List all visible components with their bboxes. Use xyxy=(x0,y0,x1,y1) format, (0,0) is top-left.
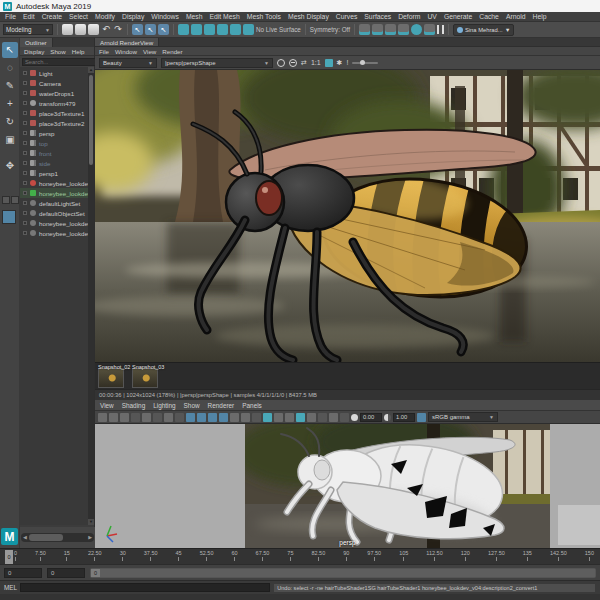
mel-command-input[interactable] xyxy=(20,583,270,592)
render-settings-icon[interactable] xyxy=(398,24,409,35)
safe-action-icon[interactable] xyxy=(230,413,239,422)
visibility-checkbox[interactable] xyxy=(23,121,27,125)
menu-item[interactable]: Generate xyxy=(444,13,472,20)
visibility-checkbox[interactable] xyxy=(23,91,27,95)
bookmark-icon[interactable] xyxy=(131,413,140,422)
select-camera-icon[interactable] xyxy=(98,413,107,422)
menu-item[interactable]: Edit xyxy=(23,13,35,20)
tab-arnold-renderview[interactable]: Arnold RenderView xyxy=(95,38,159,46)
menu-item[interactable]: Display xyxy=(122,13,144,20)
outliner-row[interactable]: waterDrops1 xyxy=(20,88,94,98)
menu-item[interactable]: Help xyxy=(533,13,547,20)
visibility-checkbox[interactable] xyxy=(23,231,27,235)
select-by-object-icon[interactable]: ↖ xyxy=(145,24,156,35)
select-tool[interactable]: ↖ xyxy=(2,42,18,58)
renderview-menu-item[interactable]: Render xyxy=(162,48,182,55)
exposure-field[interactable]: 0.00 xyxy=(360,413,382,422)
refresh-render-icon[interactable]: ⇄ xyxy=(301,59,307,67)
current-frame-indicator[interactable]: 0 xyxy=(5,550,13,564)
move-tool[interactable]: + xyxy=(2,96,18,112)
rotate-tool[interactable]: ↻ xyxy=(2,114,18,130)
shaded-icon[interactable] xyxy=(263,413,272,422)
lasso-tool[interactable]: ◌ xyxy=(2,60,18,76)
menu-item[interactable]: Cache xyxy=(479,13,499,20)
film-gate-icon[interactable] xyxy=(186,413,195,422)
visibility-checkbox[interactable] xyxy=(23,181,27,185)
outliner-row[interactable]: place3dTexture1 xyxy=(20,108,94,118)
outliner-row[interactable]: defaultObjectSet xyxy=(20,208,94,218)
menu-item[interactable]: Curves xyxy=(336,13,358,20)
debug-shading-icon[interactable]: ! xyxy=(346,59,348,66)
menu-item[interactable]: UV xyxy=(427,13,436,20)
region-render-icon[interactable] xyxy=(325,59,333,67)
render-settings-gear-icon[interactable]: ✱ xyxy=(337,59,343,67)
snapshot-thumbnail[interactable] xyxy=(98,368,124,388)
outliner-menu-item[interactable]: Display xyxy=(24,48,44,55)
snapshot-item[interactable]: Snapshot_03 xyxy=(132,364,162,388)
menu-item[interactable]: Windows xyxy=(151,13,179,20)
layout-single-pane-button[interactable] xyxy=(2,196,10,204)
command-language-toggle[interactable]: MEL xyxy=(4,584,17,591)
snap-to-curve-icon[interactable] xyxy=(191,24,202,35)
outliner-row[interactable]: defaultLightSet xyxy=(20,198,94,208)
gate-mask-icon[interactable] xyxy=(208,413,217,422)
visibility-checkbox[interactable] xyxy=(23,151,27,155)
xray-icon[interactable] xyxy=(329,413,338,422)
render-camera-selector[interactable]: |persp|perspShape▼ xyxy=(161,58,273,68)
snap-to-view-plane-icon[interactable] xyxy=(230,24,241,35)
scroll-left-icon[interactable]: ◀ xyxy=(23,534,27,540)
ipr-render-icon[interactable] xyxy=(385,24,396,35)
menu-item[interactable]: Arnold xyxy=(506,13,526,20)
visibility-checkbox[interactable] xyxy=(23,131,27,135)
render-frame-icon[interactable] xyxy=(372,24,383,35)
select-by-component-icon[interactable]: ↖ xyxy=(158,24,169,35)
safe-title-icon[interactable] xyxy=(241,413,250,422)
viewport-menu-item[interactable]: Shading xyxy=(122,402,145,409)
menu-item[interactable]: Mesh Tools xyxy=(247,13,281,20)
textured-icon[interactable] xyxy=(274,413,283,422)
isolate-select-icon[interactable] xyxy=(340,413,349,422)
outliner-row[interactable]: persp xyxy=(20,128,94,138)
renderview-menu-item[interactable]: Window xyxy=(115,48,137,55)
user-account-button[interactable]: Sina Mehrad... ▼ xyxy=(453,24,514,36)
os-titlebar[interactable]: M Autodesk Maya 2019 xyxy=(0,0,600,12)
range-slider-track[interactable]: 0 xyxy=(90,568,596,578)
outliner-row[interactable]: honeybee_lookdev_v04a xyxy=(20,228,94,238)
2d-pan-zoom-icon[interactable] xyxy=(153,413,162,422)
scroll-right-icon[interactable]: ▶ xyxy=(88,534,92,540)
scrollbar-thumb[interactable] xyxy=(29,534,63,541)
scroll-down-icon[interactable]: ▼ xyxy=(88,519,94,525)
camera-attributes-icon[interactable] xyxy=(120,413,129,422)
stop-render-icon[interactable] xyxy=(289,59,297,67)
paint-select-tool[interactable]: ✎ xyxy=(2,78,18,94)
gamma-field[interactable]: 1.00 xyxy=(393,413,415,422)
outliner-row[interactable]: Light xyxy=(20,68,94,78)
visibility-checkbox[interactable] xyxy=(23,201,27,205)
outliner-row[interactable]: Camera xyxy=(20,78,94,88)
menu-item[interactable]: Edit Mesh xyxy=(210,13,240,20)
render-image-canvas[interactable] xyxy=(95,70,600,362)
visibility-checkbox[interactable] xyxy=(23,101,27,105)
menu-item[interactable]: Mesh Display xyxy=(288,13,329,20)
viewport-menu-item[interactable]: Show xyxy=(184,402,200,409)
menu-item[interactable]: Select xyxy=(69,13,88,20)
visibility-checkbox[interactable] xyxy=(23,171,27,175)
select-by-hierarchy-icon[interactable]: ↖ xyxy=(132,24,143,35)
outliner-menu-item[interactable]: Help xyxy=(72,48,85,55)
animation-start-field[interactable]: 0 xyxy=(4,568,42,578)
layout-persp-outliner-button[interactable] xyxy=(2,210,16,224)
menu-set-selector[interactable]: Modeling▼ xyxy=(3,24,53,35)
motion-blur-icon[interactable] xyxy=(318,413,327,422)
visibility-checkbox[interactable] xyxy=(23,221,27,225)
ao-icon[interactable] xyxy=(307,413,316,422)
view-transform-selector[interactable]: sRGB gamma▼ xyxy=(428,412,498,422)
viewport-canvas[interactable]: persp xyxy=(95,424,600,548)
viewport-menu-item[interactable]: Renderer xyxy=(208,402,235,409)
new-scene-icon[interactable] xyxy=(62,24,73,35)
outliner-menu-item[interactable]: Show xyxy=(50,48,65,55)
visibility-checkbox[interactable] xyxy=(23,81,27,85)
menu-item[interactable]: Mesh xyxy=(186,13,203,20)
symmetry-selector[interactable]: Symmetry: Off xyxy=(310,26,350,33)
exposure-slider[interactable] xyxy=(352,62,378,64)
snapshot-thumbnail[interactable] xyxy=(132,368,158,388)
